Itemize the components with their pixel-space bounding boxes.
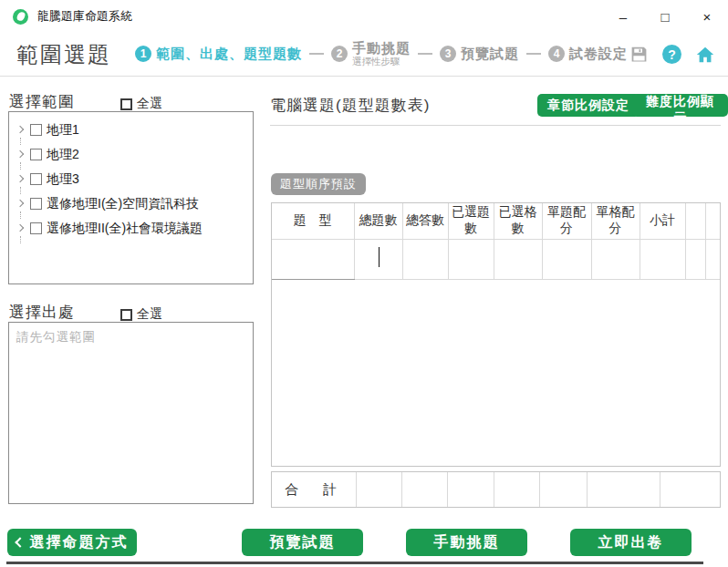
chevron-right-icon[interactable]	[16, 199, 24, 206]
total-cell	[447, 472, 494, 507]
range-tree: 地理1 地理2 地理3 選修地理I(全)空間資訊科技 選修地理II(全)社會環境…	[8, 111, 254, 284]
tree-checkbox[interactable]	[30, 173, 42, 185]
source-select-all-checkbox[interactable]	[120, 309, 132, 321]
help-icon: ?	[668, 47, 676, 62]
save-icon	[629, 45, 649, 64]
titlebar: 龍騰題庫命題系統 – □ ×	[0, 0, 728, 33]
question-type-order-button[interactable]: 題型順序預設	[271, 173, 366, 195]
close-button[interactable]: ×	[686, 0, 728, 33]
step-2-circle: 2	[331, 46, 348, 62]
header-subtotal: 小計	[640, 203, 685, 239]
chevron-right-icon[interactable]	[16, 223, 24, 231]
tree-item-label: 地理3	[47, 171, 79, 188]
header-score-per-cell: 單格配分	[591, 203, 640, 239]
cell-selected-questions[interactable]	[448, 239, 494, 279]
total-cell	[587, 472, 660, 507]
home-icon	[695, 45, 715, 65]
cell-selected-cells[interactable]	[494, 239, 542, 279]
step-separator	[309, 53, 324, 55]
app-logo-icon	[13, 9, 28, 25]
cell-total-questions[interactable]	[354, 239, 402, 279]
range-select-all-checkbox[interactable]	[120, 98, 132, 110]
minimize-button[interactable]: –	[602, 0, 644, 33]
window-bottom-edge	[6, 562, 703, 564]
header-total-answers: 總答數	[402, 203, 448, 239]
total-cell	[401, 472, 447, 507]
step-4-exam-settings[interactable]: 4 試卷設定	[548, 46, 628, 63]
right-panel-divider	[270, 125, 721, 126]
tree-checkbox[interactable]	[30, 198, 42, 210]
total-cell	[660, 472, 720, 507]
cell-empty[interactable]	[685, 239, 705, 279]
back-button-label: 選擇命題方式	[30, 533, 129, 552]
total-cell	[539, 472, 587, 507]
step-separator	[526, 53, 541, 55]
cell-empty[interactable]	[705, 239, 720, 279]
table-row	[272, 239, 720, 279]
total-cell	[494, 472, 539, 507]
cell-score-per-cell[interactable]	[591, 239, 640, 279]
chapter-ratio-button[interactable]: 章節比例設定	[537, 94, 640, 117]
header-selected-questions: 已選題數	[448, 203, 494, 239]
chevron-right-icon[interactable]	[16, 174, 24, 181]
tree-item-label: 地理2	[47, 147, 79, 163]
cell-score-per-question[interactable]	[542, 239, 591, 279]
tree-checkbox[interactable]	[30, 124, 42, 136]
preview-button-label: 預覽試題	[270, 533, 336, 552]
tree-item-label: 地理1	[47, 122, 79, 139]
tree-item-geo1[interactable]: 地理1	[15, 118, 249, 142]
step-1-circle: 1	[135, 46, 151, 62]
difficulty-ratio-button[interactable]: 難度比例顯示	[632, 94, 728, 117]
maximize-button[interactable]: □	[644, 0, 686, 33]
back-button[interactable]: 選擇命題方式	[7, 529, 137, 556]
header-selected-cells: 已選格數	[494, 203, 542, 239]
preview-button[interactable]: 預覽試題	[242, 529, 363, 556]
step-3-preview[interactable]: 3 預覽試題	[440, 46, 519, 63]
step-2-manual-pick[interactable]: 2 手動挑題 選擇性步驟	[331, 41, 411, 67]
help-button[interactable]: ?	[662, 45, 681, 64]
source-list[interactable]: 請先勾選範圍	[8, 322, 254, 504]
header-total-questions: 總題數	[354, 203, 402, 239]
cell-total-answers[interactable]	[402, 239, 448, 279]
step-2-sublabel: 選擇性步驟	[352, 57, 411, 67]
range-select-all[interactable]: 全選	[120, 96, 162, 112]
step-3-circle: 3	[440, 46, 456, 62]
save-button[interactable]	[629, 45, 649, 65]
home-button[interactable]	[695, 45, 715, 65]
range-section-title: 選擇範圍	[9, 93, 75, 110]
source-placeholder: 請先勾選範圍	[9, 323, 253, 352]
tree-item-geo3[interactable]: 地理3	[15, 167, 249, 191]
tree-checkbox[interactable]	[30, 149, 42, 160]
window-title: 龍騰題庫命題系統	[37, 8, 132, 25]
tree-checkbox[interactable]	[30, 222, 42, 234]
step-1-range[interactable]: 1 範圍、出處、題型題數	[135, 46, 302, 63]
step-4-circle: 4	[548, 46, 565, 62]
page-header: 範圍選題 1 範圍、出處、題型題數 2 手動挑題 選擇性步驟 3 預覽試題 4 …	[0, 33, 728, 77]
tree-item-label: 選修地理II(全)社會環境議題	[47, 221, 203, 237]
step-4-label: 試卷設定	[569, 46, 628, 63]
computer-selection-title: 電腦選題(題型題數表)	[270, 97, 430, 114]
tree-item-elective2[interactable]: 選修地理II(全)社會環境議題	[15, 216, 249, 241]
page-title: 範圍選題	[16, 40, 111, 69]
generate-exam-button-label: 立即出卷	[598, 533, 664, 552]
chevron-left-icon	[15, 537, 25, 547]
chevron-right-icon[interactable]	[16, 149, 24, 157]
total-cell	[356, 472, 401, 507]
source-select-all[interactable]: 全選	[120, 306, 162, 323]
step-3-label: 預覽試題	[461, 46, 519, 63]
source-select-all-label: 全選	[137, 306, 162, 323]
tree-item-label: 選修地理I(全)空間資訊科技	[47, 196, 199, 212]
chevron-right-icon[interactable]	[16, 125, 24, 132]
tree-item-geo2[interactable]: 地理2	[15, 142, 249, 167]
manual-pick-button[interactable]: 手動挑題	[406, 529, 527, 556]
header-empty	[685, 203, 705, 239]
generate-exam-button[interactable]: 立即出卷	[570, 529, 692, 556]
total-label: 合 計	[272, 472, 356, 507]
question-type-table: 題 型 總題數 總答數 已選題數 已選格數 單題配分 單格配分 小計	[271, 202, 721, 467]
range-select-all-label: 全選	[137, 96, 162, 112]
tree-item-elective1[interactable]: 選修地理I(全)空間資訊科技	[15, 191, 249, 216]
cell-subtotal[interactable]	[640, 239, 685, 279]
total-row: 合 計	[271, 471, 721, 508]
stepper: 1 範圍、出處、題型題數 2 手動挑題 選擇性步驟 3 預覽試題 4 試卷設定	[135, 41, 628, 67]
cell-question-type[interactable]	[272, 239, 354, 279]
